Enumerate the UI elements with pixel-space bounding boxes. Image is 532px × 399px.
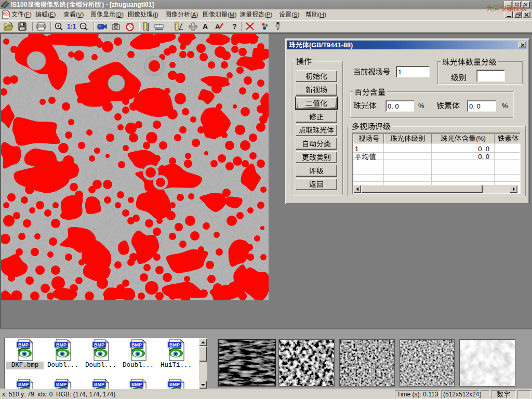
svg-text:A: A (203, 22, 208, 31)
svg-text:1:1: 1:1 (67, 23, 76, 30)
svg-text:BMP: BMP (94, 382, 104, 387)
svg-text:?: ? (232, 22, 237, 31)
svg-text:A: A (215, 23, 220, 31)
svg-text:BMP: BMP (18, 342, 29, 348)
svg-text:BMP: BMP (18, 382, 29, 387)
svg-text:BMP: BMP (94, 342, 104, 348)
svg-text:BMP: BMP (56, 342, 66, 348)
svg-text:BMP: BMP (169, 382, 180, 387)
svg-text:BMP: BMP (169, 342, 180, 348)
svg-text:DOC: DOC (3, 12, 10, 15)
svg-text:BMP: BMP (131, 382, 142, 387)
svg-text:BMP: BMP (56, 382, 66, 387)
svg-text:BMP: BMP (131, 342, 142, 348)
